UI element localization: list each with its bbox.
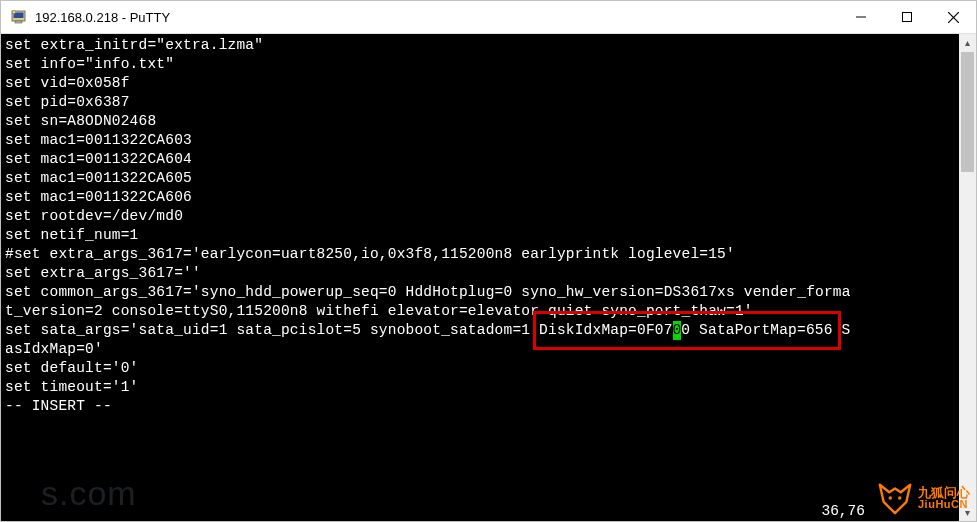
terminal-line: set mac1=0011322CA605: [5, 169, 958, 188]
maximize-button[interactable]: [884, 1, 930, 33]
terminal-line: #set extra_args_3617='earlycon=uart8250,…: [5, 245, 958, 264]
scrollbar-thumb[interactable]: [961, 52, 974, 172]
scrollbar-down-arrow[interactable]: ▾: [959, 504, 976, 521]
terminal-content: set extra_initrd="extra.lzma"set info="i…: [5, 36, 958, 519]
minimize-button[interactable]: [838, 1, 884, 33]
window-title: 192.168.0.218 - PuTTY: [35, 10, 838, 25]
close-button[interactable]: [930, 1, 976, 33]
text-cursor: 0: [673, 321, 682, 340]
terminal-line: set default='0': [5, 359, 958, 378]
svg-point-3: [12, 10, 15, 13]
terminal-line: set mac1=0011322CA606: [5, 188, 958, 207]
terminal-line: set extra_initrd="extra.lzma": [5, 36, 958, 55]
svg-rect-2: [15, 21, 22, 23]
terminal-line: set pid=0x6387: [5, 93, 958, 112]
app-icon: [9, 7, 29, 27]
terminal-line: set info="info.txt": [5, 55, 958, 74]
scrollbar-up-arrow[interactable]: ▴: [959, 34, 976, 51]
terminal-line: set mac1=0011322CA603: [5, 131, 958, 150]
vertical-scrollbar[interactable]: ▴ ▾: [959, 34, 976, 521]
terminal-line: set timeout='1': [5, 378, 958, 397]
terminal-line: set sn=A8ODN02468: [5, 112, 958, 131]
terminal-line: asIdxMap=0': [5, 340, 958, 359]
terminal-line: set common_args_3617='syno_hdd_powerup_s…: [5, 283, 958, 302]
terminal-line: set rootdev=/dev/md0: [5, 207, 958, 226]
putty-window: 192.168.0.218 - PuTTY set extra_initrd="…: [0, 0, 977, 522]
svg-rect-5: [903, 13, 912, 22]
terminal-line: set sata_args='sata_uid=1 sata_pcislot=5…: [5, 321, 958, 340]
terminal-line: set netif_num=1: [5, 226, 958, 245]
terminal[interactable]: set extra_initrd="extra.lzma"set info="i…: [1, 34, 976, 521]
terminal-line: set extra_args_3617='': [5, 264, 958, 283]
terminal-line: set vid=0x058f: [5, 74, 958, 93]
window-controls: [838, 1, 976, 33]
terminal-line: t_version=2 console=ttyS0,115200n8 withe…: [5, 302, 958, 321]
titlebar[interactable]: 192.168.0.218 - PuTTY: [1, 1, 976, 34]
terminal-line: -- INSERT --: [5, 397, 958, 416]
vim-position-indicator: 36,76: [821, 502, 952, 521]
terminal-line: set mac1=0011322CA604: [5, 150, 958, 169]
